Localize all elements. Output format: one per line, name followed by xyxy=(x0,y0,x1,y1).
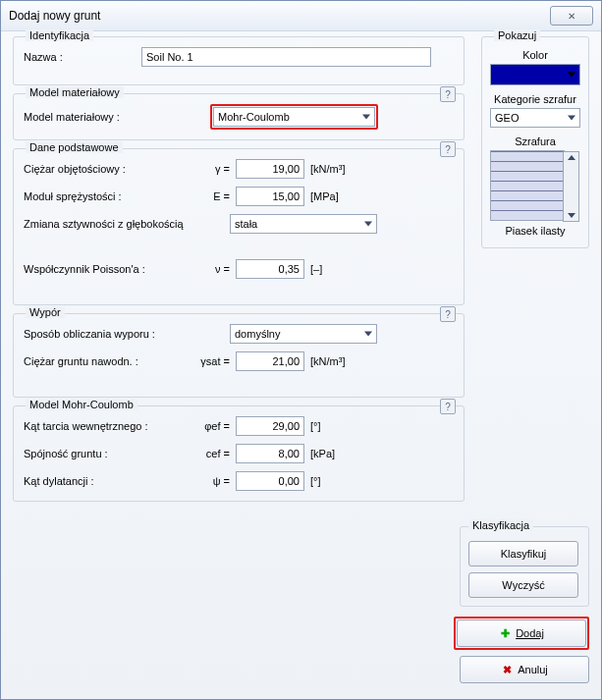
chevron-up-icon[interactable] xyxy=(568,155,575,160)
add-button[interactable]: ✚ Dodaj xyxy=(457,619,586,647)
sat-weight-label: Ciężar gruntu nawodn. : xyxy=(24,355,171,367)
material-model-highlight xyxy=(210,104,378,130)
gamma-symbol: γ = xyxy=(171,163,236,175)
nu-symbol: ν = xyxy=(171,263,236,275)
hatch-pattern-preview[interactable] xyxy=(490,150,565,221)
mohr-coulomb-legend: Model Mohr-Coulomb xyxy=(26,399,137,410)
help-icon[interactable]: ? xyxy=(440,399,456,414)
window-title: Dodaj nowy grunt xyxy=(9,9,100,23)
uplift-method-label: Sposób obliczania wyporu : xyxy=(24,328,230,340)
friction-angle-unit: [°] xyxy=(310,420,321,432)
psi-symbol: ψ = xyxy=(171,475,236,487)
sat-weight-unit: [kN/m³] xyxy=(310,355,345,367)
friction-angle-label: Kąt tarcia wewnętrznego : xyxy=(24,420,171,432)
hatch-pattern-name: Piasek ilasty xyxy=(490,225,580,237)
cancel-icon: ✖ xyxy=(501,664,513,675)
plus-icon: ✚ xyxy=(499,627,511,639)
dilatancy-label: Kąt dylatancji : xyxy=(24,475,171,487)
dilatancy-input[interactable] xyxy=(236,471,304,491)
cohesion-unit: [kPa] xyxy=(310,448,335,459)
help-icon[interactable]: ? xyxy=(440,86,456,102)
c-symbol: cef = xyxy=(171,448,236,459)
cohesion-input[interactable] xyxy=(236,444,304,463)
display-legend: Pokazuj xyxy=(494,29,540,41)
stiffness-change-label: Zmiana sztywności z głębokością xyxy=(24,218,230,230)
identification-legend: Identyfikacja xyxy=(26,29,93,41)
basic-data-group: Dane podstawowe ? Ciężar objętościowy : … xyxy=(13,148,465,305)
hatch-category-label: Kategorie szrafur xyxy=(490,93,580,105)
close-button[interactable]: ✕ xyxy=(550,6,593,26)
hatch-label: Szrafura xyxy=(490,135,580,147)
gammasat-symbol: γsat = xyxy=(171,355,236,367)
name-label: Nazwa : xyxy=(24,51,141,63)
uplift-group: Wypór ? Sposób obliczania wyporu : Cięża… xyxy=(13,313,465,398)
elastic-modulus-input[interactable] xyxy=(236,187,304,206)
mohr-coulomb-group: Model Mohr-Coulomb ? Kąt tarcia wewnętrz… xyxy=(13,405,465,502)
material-model-legend: Model materiałowy xyxy=(26,86,124,98)
clear-button[interactable]: Wyczyść xyxy=(468,572,578,598)
classification-legend: Klasyfikacja xyxy=(468,519,533,531)
hatch-scrollbar[interactable] xyxy=(563,151,579,222)
elastic-modulus-label: Moduł sprężystości : xyxy=(24,190,171,202)
basic-data-legend: Dane podstawowe xyxy=(26,141,123,153)
color-select[interactable] xyxy=(490,64,580,85)
uplift-legend: Wypór xyxy=(26,306,65,318)
uplift-method-select[interactable] xyxy=(230,324,377,344)
help-icon[interactable]: ? xyxy=(440,141,456,157)
identification-group: Identyfikacja Nazwa : xyxy=(13,36,465,85)
hatch-category-select[interactable] xyxy=(490,108,580,128)
add-button-highlight: ✚ Dodaj xyxy=(454,617,589,650)
poisson-input[interactable] xyxy=(236,259,304,279)
sat-weight-input[interactable] xyxy=(236,351,304,371)
material-model-group: Model materiałowy ? Model materiałowy : xyxy=(13,93,465,140)
unit-weight-unit: [kN/m³] xyxy=(310,163,345,175)
material-model-label: Model materiałowy : xyxy=(24,111,210,123)
poisson-label: Współczynnik Poisson'a : xyxy=(24,263,171,275)
e-symbol: E = xyxy=(171,190,236,202)
display-group: Pokazuj Kolor Kategorie szrafur Szrafura xyxy=(481,36,589,248)
help-icon[interactable]: ? xyxy=(440,306,456,322)
unit-weight-input[interactable] xyxy=(236,159,304,179)
unit-weight-label: Ciężar objętościowy : xyxy=(24,163,171,175)
cohesion-label: Spójność gruntu : xyxy=(24,448,171,459)
poisson-unit: [–] xyxy=(310,263,322,275)
color-label: Kolor xyxy=(490,49,580,61)
elastic-modulus-unit: [MPa] xyxy=(310,190,339,202)
name-input[interactable] xyxy=(141,47,431,67)
chevron-down-icon[interactable] xyxy=(568,213,575,218)
stiffness-change-select[interactable] xyxy=(230,214,377,234)
dilatancy-unit: [°] xyxy=(310,475,321,487)
phi-symbol: φef = xyxy=(171,420,236,432)
classification-group: Klasyfikacja Klasyfikuj Wyczyść xyxy=(460,526,589,607)
cancel-button[interactable]: ✖ Anuluj xyxy=(460,656,589,683)
material-model-select[interactable] xyxy=(213,107,375,127)
friction-angle-input[interactable] xyxy=(236,416,304,436)
classify-button[interactable]: Klasyfikuj xyxy=(468,541,578,566)
